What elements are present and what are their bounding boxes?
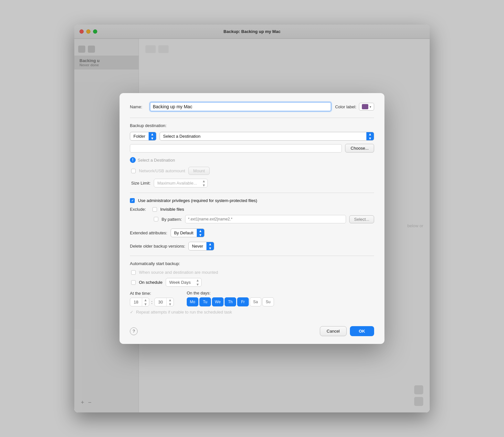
- folder-type-arrows: ▲ ▼: [149, 132, 156, 140]
- choose-row: Choose...: [130, 144, 374, 153]
- invisible-files-label: Invisible files: [160, 207, 184, 212]
- destination-row: Folder ▲ ▼ Select a Destination ▲ ▼: [130, 132, 374, 141]
- cancel-button[interactable]: Cancel: [320, 326, 346, 336]
- never-select[interactable]: Never ▲ ▼: [188, 242, 214, 250]
- select-destination-warning: ! Select a Destination: [130, 157, 374, 163]
- repeat-row: ✓ Repeat attempts if unable to run the s…: [130, 310, 374, 314]
- hour-arrows: ▲ ▼: [142, 298, 149, 306]
- name-row: Name: Color label: ▾: [130, 102, 374, 111]
- time-inputs: 18 ▲ ▼ : 30 ▲ ▼: [130, 298, 174, 306]
- ext-attr-label: Extended attributes:: [130, 230, 167, 235]
- delete-older-row: Delete older backup versions: Never ▲ ▼: [130, 242, 374, 250]
- divider-2: [130, 193, 374, 193]
- delete-older-label: Delete older backup versions:: [130, 244, 185, 249]
- week-days-select[interactable]: Week Days ▲ ▼: [166, 278, 202, 287]
- by-pattern-checkbox[interactable]: [154, 217, 158, 221]
- ext-attr-arrows: ▲ ▼: [197, 229, 204, 237]
- admin-checkbox[interactable]: [130, 198, 135, 203]
- at-the-time-label: At the time:: [130, 291, 174, 296]
- time-days-row: At the time: 18 ▲ ▼ : 30: [130, 291, 374, 306]
- destination-value: Select a Destination: [160, 132, 366, 140]
- dialog: Name: Color label: ▾ Backup destination:…: [120, 93, 384, 344]
- modal-overlay: Name: Color label: ▾ Backup destination:…: [74, 25, 430, 412]
- folder-type-select[interactable]: Folder ▲ ▼: [130, 132, 156, 141]
- name-label: Name:: [130, 104, 146, 109]
- repeat-label: Repeat attempts if unable to run the sch…: [136, 310, 232, 314]
- action-buttons: Cancel OK: [320, 326, 374, 336]
- choose-path-input[interactable]: [130, 144, 342, 153]
- choose-button[interactable]: Choose...: [345, 144, 374, 153]
- admin-label: Use administrator privileges (required f…: [138, 198, 257, 203]
- color-swatch-button[interactable]: ▾: [359, 103, 374, 111]
- minute-stepper[interactable]: 30 ▲ ▼: [154, 298, 174, 306]
- size-limit-arrows: ▲ ▼: [200, 179, 208, 187]
- minute-value: 30: [155, 298, 166, 306]
- ext-attr-select[interactable]: By Default ▲ ▼: [171, 229, 205, 237]
- size-limit-row: Size Limit: Maximum Available... ▲ ▼: [130, 179, 374, 187]
- week-days-arrows: ▲ ▼: [194, 278, 201, 286]
- time-section: At the time: 18 ▲ ▼ : 30: [130, 291, 174, 306]
- destination-arrows: ▲ ▼: [366, 132, 374, 140]
- color-label-section: Color label: ▾: [335, 103, 374, 111]
- size-limit-select[interactable]: Maximum Available... ▲ ▼: [154, 179, 208, 187]
- auto-start-label: Automatically start backup:: [130, 261, 374, 266]
- pattern-input[interactable]: [185, 215, 346, 223]
- exclude-row: Exclude: Invisible files: [130, 207, 374, 212]
- minute-arrows: ▲ ▼: [166, 298, 173, 306]
- day-button-mo[interactable]: Mo: [187, 297, 198, 306]
- divider-3: [130, 256, 374, 256]
- day-button-we[interactable]: We: [212, 297, 224, 306]
- auto-start-mounted-checkbox[interactable]: [131, 270, 136, 275]
- window: Backup: Backing up my Mac Backing u Neve…: [74, 25, 430, 412]
- pattern-label: By pattern:: [162, 217, 182, 222]
- on-schedule-checkbox[interactable]: [131, 280, 136, 285]
- day-button-su[interactable]: Su: [262, 297, 274, 306]
- ext-attr-row: Extended attributes: By Default ▲ ▼: [130, 229, 374, 237]
- mount-button[interactable]: Mount: [188, 167, 210, 175]
- auto-start-mounted-row: When source and destination are mounted: [130, 270, 374, 275]
- time-colon: :: [151, 299, 152, 305]
- days-section: On the days: MoTuWeThFrSaSu: [187, 291, 274, 306]
- ext-attr-value: By Default: [171, 229, 197, 237]
- repeat-checkmark-icon: ✓: [130, 310, 133, 314]
- destination-select[interactable]: Select a Destination ▲ ▼: [160, 132, 374, 141]
- automount-label: Network/USB automount: [139, 168, 185, 173]
- never-value: Never: [189, 242, 206, 250]
- divider-1: [130, 118, 374, 118]
- schedule-row: On schedule Week Days ▲ ▼: [130, 278, 374, 287]
- ok-button[interactable]: OK: [350, 326, 374, 336]
- never-arrows: ▲ ▼: [206, 242, 214, 250]
- hour-stepper[interactable]: 18 ▲ ▼: [130, 298, 149, 306]
- on-the-days-label: On the days:: [187, 291, 274, 295]
- pattern-row: By pattern: Select...: [130, 215, 374, 223]
- day-button-tu[interactable]: Tu: [199, 297, 211, 306]
- warning-icon: !: [130, 157, 136, 163]
- automount-checkbox[interactable]: [131, 169, 136, 173]
- color-swatch: [362, 104, 368, 109]
- hour-value: 18: [130, 298, 142, 306]
- color-label-text: Color label:: [335, 104, 356, 109]
- admin-row: Use administrator privileges (required f…: [130, 198, 374, 203]
- days-buttons: MoTuWeThFrSaSu: [187, 297, 274, 306]
- name-input[interactable]: [150, 102, 331, 111]
- week-days-value: Week Days: [166, 279, 194, 286]
- automount-row: Network/USB automount Mount: [130, 167, 374, 175]
- select-button[interactable]: Select...: [349, 215, 374, 223]
- folder-type-value: Folder: [130, 132, 149, 140]
- size-limit-label: Size Limit:: [131, 181, 151, 186]
- chevron-down-icon: ▾: [370, 105, 371, 109]
- day-button-sa[interactable]: Sa: [250, 297, 261, 306]
- bottom-bar: ? Cancel OK: [130, 321, 374, 336]
- invisible-files-checkbox[interactable]: [152, 207, 157, 212]
- help-button[interactable]: ?: [130, 327, 138, 335]
- warning-text: Select a Destination: [138, 158, 175, 163]
- day-button-th[interactable]: Th: [225, 297, 236, 306]
- auto-start-mounted-label: When source and destination are mounted: [139, 270, 218, 275]
- exclude-label: Exclude:: [130, 207, 149, 212]
- size-limit-value: Maximum Available...: [154, 179, 200, 187]
- backup-destination-label: Backup destination:: [130, 123, 374, 128]
- on-schedule-label: On schedule: [139, 280, 163, 285]
- day-button-fr[interactable]: Fr: [237, 297, 249, 306]
